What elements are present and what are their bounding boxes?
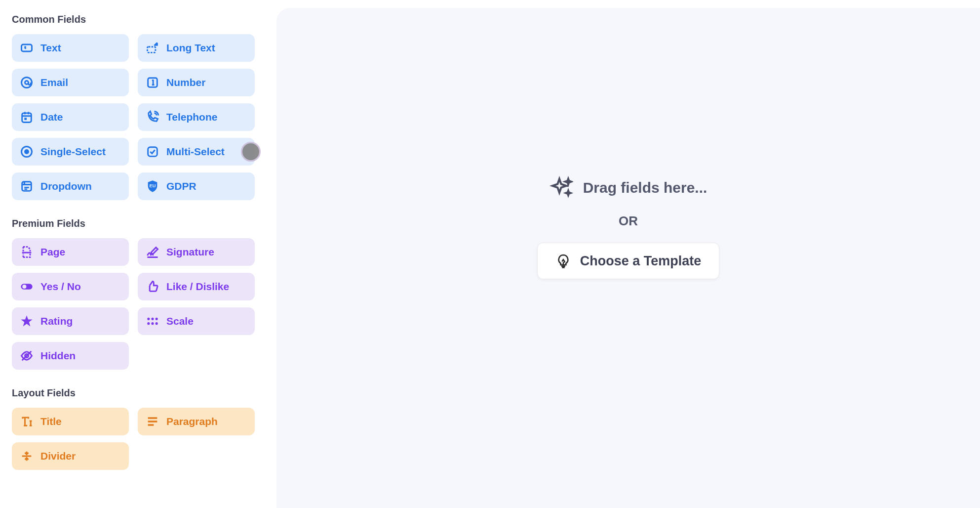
svg-point-18 xyxy=(151,322,154,325)
field-label: Long Text xyxy=(166,42,215,54)
section-title-premium: Premium Fields xyxy=(12,218,255,229)
signature-icon xyxy=(146,245,159,259)
form-canvas[interactable]: Drag fields here... OR Choose a Template xyxy=(276,8,980,508)
telephone-icon xyxy=(146,110,159,124)
field-rating[interactable]: Rating xyxy=(12,307,129,335)
field-text[interactable]: Text xyxy=(12,34,129,62)
svg-rect-0 xyxy=(22,44,32,51)
field-label: Paragraph xyxy=(166,416,218,427)
text-icon xyxy=(20,41,34,55)
svg-point-19 xyxy=(156,322,158,325)
field-label: Scale xyxy=(166,315,194,327)
title-icon xyxy=(20,415,34,428)
sparkle-icon xyxy=(549,176,573,200)
section-title-common: Common Fields xyxy=(12,14,255,25)
paragraph-icon xyxy=(146,415,159,428)
field-label: Hidden xyxy=(40,350,76,362)
field-label: Text xyxy=(40,42,61,54)
svg-rect-5 xyxy=(22,113,32,123)
field-label: Number xyxy=(166,77,205,88)
field-signature[interactable]: Signature xyxy=(138,238,255,266)
field-label: Date xyxy=(40,111,63,123)
scale-icon xyxy=(146,314,159,328)
date-icon xyxy=(20,110,34,124)
hidden-icon xyxy=(20,349,34,363)
field-label: Rating xyxy=(40,315,73,327)
field-page[interactable]: Page xyxy=(12,238,129,266)
svg-rect-1 xyxy=(148,47,156,53)
field-telephone[interactable]: Telephone xyxy=(138,103,255,131)
field-label: Multi-Select xyxy=(166,146,225,158)
field-long-text[interactable]: Long Text xyxy=(138,34,255,62)
svg-point-8 xyxy=(25,150,29,154)
common-fields-grid: Text Long Text Email Number Date xyxy=(12,34,255,200)
field-label: Single-Select xyxy=(40,146,106,158)
svg-point-17 xyxy=(147,322,150,325)
field-scale[interactable]: Scale xyxy=(138,307,255,335)
field-dropdown[interactable]: Dropdown xyxy=(12,172,129,200)
field-palette-sidebar: Common Fields Text Long Text Email Numbe… xyxy=(0,0,267,508)
cursor-indicator xyxy=(241,142,261,162)
number-icon xyxy=(146,76,159,89)
drag-text: Drag fields here... xyxy=(583,179,707,196)
page-icon xyxy=(20,245,34,259)
svg-point-13 xyxy=(22,285,26,289)
field-yes-no[interactable]: Yes / No xyxy=(12,273,129,300)
field-label: Like / Dislike xyxy=(166,281,229,293)
star-icon xyxy=(20,314,34,328)
svg-point-15 xyxy=(151,318,154,320)
email-icon xyxy=(20,76,34,89)
multi-select-icon xyxy=(146,145,159,159)
field-gdpr[interactable]: EU GDPR xyxy=(138,172,255,200)
field-divider[interactable]: Divider xyxy=(12,442,129,470)
svg-point-16 xyxy=(156,318,158,320)
or-label: OR xyxy=(619,213,638,229)
field-label: Yes / No xyxy=(40,281,81,293)
svg-text:EU: EU xyxy=(150,183,156,188)
drag-hint: Drag fields here... xyxy=(549,176,707,200)
field-label: Signature xyxy=(166,246,214,258)
thumb-icon xyxy=(146,280,159,294)
long-text-icon xyxy=(146,41,159,55)
section-title-layout: Layout Fields xyxy=(12,387,255,399)
toggle-icon xyxy=(20,280,34,294)
field-label: GDPR xyxy=(166,180,196,192)
field-paragraph[interactable]: Paragraph xyxy=(138,408,255,435)
field-label: Divider xyxy=(40,450,76,462)
field-title[interactable]: Title xyxy=(12,408,129,435)
field-single-select[interactable]: Single-Select xyxy=(12,138,129,166)
dropdown-icon xyxy=(20,179,34,193)
premium-fields-grid: Page Signature Yes / No Like / Dislike R… xyxy=(12,238,255,370)
gdpr-icon: EU xyxy=(146,179,159,193)
divider-icon xyxy=(20,449,34,463)
field-label: Email xyxy=(40,77,68,88)
template-button-label: Choose a Template xyxy=(580,254,702,269)
field-email[interactable]: Email xyxy=(12,69,129,96)
field-hidden[interactable]: Hidden xyxy=(12,342,129,370)
choose-template-button[interactable]: Choose a Template xyxy=(537,243,720,279)
field-multi-select[interactable]: Multi-Select xyxy=(138,138,255,166)
field-number[interactable]: Number xyxy=(138,69,255,96)
single-select-icon xyxy=(20,145,34,159)
field-label: Page xyxy=(40,246,65,258)
layout-fields-grid: Title Paragraph Divider xyxy=(12,408,255,470)
field-label: Dropdown xyxy=(40,180,92,192)
svg-point-14 xyxy=(147,318,150,320)
field-date[interactable]: Date xyxy=(12,103,129,131)
field-label: Title xyxy=(40,416,62,427)
field-label: Telephone xyxy=(166,111,217,123)
field-like-dislike[interactable]: Like / Dislike xyxy=(138,273,255,300)
lightbulb-icon xyxy=(555,253,571,269)
svg-rect-6 xyxy=(24,118,27,120)
